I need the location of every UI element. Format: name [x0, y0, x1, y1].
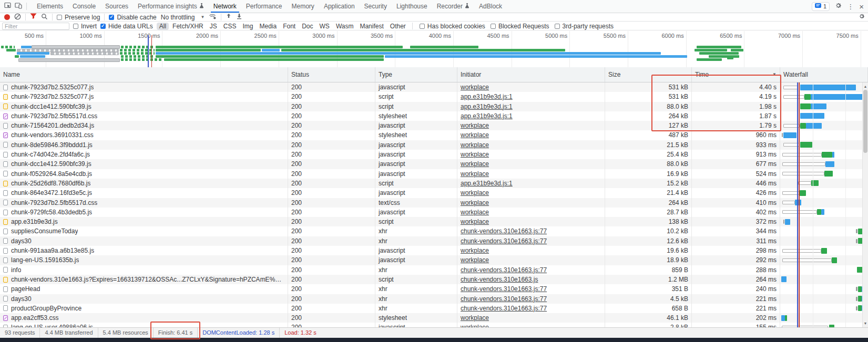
request-name-cell[interactable]: info [0, 265, 288, 275]
disable-cache-checkbox[interactable]: Disable cache [109, 14, 156, 21]
initiator-link[interactable]: workplace [461, 324, 489, 327]
table-row[interactable]: app.ea2cff53.css 200 stylesheet workplac… [0, 313, 868, 323]
initiator-link[interactable]: workplace [461, 122, 489, 129]
request-name-cell[interactable]: chunk-dcc1e412.590bfc39.js [0, 159, 288, 169]
request-name-cell[interactable]: chunk-25d26df8.7680df6b.js [0, 179, 288, 188]
tab-recorder[interactable]: Recorder [432, 0, 474, 13]
request-name-cell[interactable]: chunk-864e3472.16fd3e5c.js [0, 188, 288, 198]
column-header-initiator[interactable]: Initiator [457, 67, 605, 82]
table-row[interactable]: lang-en-US.1591635b.js 200 javascript wo… [0, 255, 868, 265]
filter-pill-fetch-xhr[interactable]: Fetch/XHR [170, 23, 206, 30]
table-row[interactable]: pageHead 200 xhr chunk-vendors.310e1663.… [0, 284, 868, 294]
initiator-link[interactable]: workplace [461, 199, 489, 206]
table-row[interactable]: productGroupByProvince 200 xhr chunk-ven… [0, 304, 868, 313]
table-row[interactable]: chunk-dcc1e412.590bfc39.js 200 script ap… [0, 102, 868, 111]
close-devtools-icon[interactable]: × [859, 2, 864, 11]
3rd-party-requests-checkbox[interactable]: 3rd-party requests [555, 23, 614, 30]
table-row[interactable]: chunk-71564201.dedb2d34.js 200 javascrip… [0, 121, 868, 130]
tab-network[interactable]: Network [209, 0, 241, 13]
request-name-cell[interactable]: chunk-vendors.36910331.css [0, 130, 288, 140]
throttling-select[interactable]: No throttling▼ [161, 14, 205, 21]
filter-pill-font[interactable]: Font [280, 23, 298, 30]
initiator-link[interactable]: workplace [461, 84, 489, 91]
initiator-link[interactable]: workplace [461, 131, 489, 139]
kebab-menu-icon[interactable]: ⋮ [847, 3, 854, 10]
request-name-cell[interactable]: lang-en-US.1591635b.js [0, 255, 288, 265]
has-blocked-cookies-checkbox[interactable]: Has blocked cookies [420, 23, 485, 30]
vertical-scrollbar[interactable]: ▲▼ [862, 82, 868, 327]
filter-pill-wasm[interactable]: Wasm [333, 23, 356, 30]
filter-pill-other[interactable]: Other [387, 23, 409, 30]
tab-performance[interactable]: Performance [241, 0, 287, 13]
network-overview-timeline[interactable]: 500 ms1000 ms1500 ms2000 ms2500 ms3000 m… [0, 31, 868, 68]
filter-pill-media[interactable]: Media [257, 23, 279, 30]
initiator-link[interactable]: app.e31b9e3d.js:1 [461, 180, 513, 187]
initiator-link[interactable]: app.e31b9e3d.js:1 [461, 93, 513, 100]
table-row[interactable]: chunk-f0529264.8a5e4cdb.js 200 javascrip… [0, 169, 868, 179]
request-name-cell[interactable]: chunk-c74d042e.2fd4fa6c.js [0, 150, 288, 159]
tab-security[interactable]: Security [360, 0, 392, 13]
tab-performance-insights[interactable]: Performance insights [133, 0, 209, 13]
table-row[interactable]: chunk-7923d7b2.5325c077.js 200 javascrip… [0, 82, 868, 92]
column-header-time[interactable]: Time▼ [692, 67, 780, 82]
network-settings-gear-icon[interactable] [859, 13, 868, 21]
blocked-requests-checkbox[interactable]: Blocked Requests [491, 23, 549, 30]
filter-pill-img[interactable]: Img [240, 23, 256, 30]
filter-input[interactable] [2, 23, 69, 30]
tab-lighthouse[interactable]: Lighthouse [392, 0, 432, 13]
import-har-icon[interactable] [226, 13, 232, 21]
column-header-name[interactable]: Name [0, 67, 288, 82]
request-name-cell[interactable]: chunk-f0529264.8a5e4cdb.js [0, 169, 288, 179]
table-row[interactable]: days30 200 xhr chunk-vendors.310e1663.js… [0, 294, 868, 304]
filter-pill-manifest[interactable]: Manifest [357, 23, 386, 30]
table-row[interactable]: days30 200 xhr chunk-vendors.310e1663.js… [0, 236, 868, 246]
filter-pill-all[interactable]: All [157, 23, 169, 30]
table-row[interactable]: chunk-864e3472.16fd3e5c.js 200 javascrip… [0, 188, 868, 198]
tab-console[interactable]: Console [68, 0, 100, 13]
initiator-link[interactable]: workplace [461, 170, 489, 178]
table-row[interactable]: chunk-8de59846.3f9bddd1.js 200 javascrip… [0, 140, 868, 150]
initiator-link[interactable]: chunk-vendors.310e1663.js:77 [461, 305, 547, 312]
request-name-cell[interactable]: productGroupByProvince [0, 304, 288, 313]
scrollbar-up-icon[interactable]: ▲ [863, 85, 868, 88]
initiator-link[interactable]: workplace [461, 141, 489, 149]
table-row[interactable]: chunk-7923d7b2.5325c077.js 200 script ap… [0, 92, 868, 101]
filter-pill-doc[interactable]: Doc [299, 23, 315, 30]
network-conditions-icon[interactable] [209, 13, 217, 21]
request-name-cell[interactable]: chunk-7923d7b2.5325c077.js [0, 92, 288, 101]
initiator-link[interactable]: workplace [461, 209, 489, 216]
inspect-element-icon[interactable] [4, 2, 12, 11]
request-name-cell[interactable]: chunk-7923d7b2.5fb5517d.css [0, 111, 288, 121]
request-name-cell[interactable]: chunk-71564201.dedb2d34.js [0, 121, 288, 130]
request-name-cell[interactable]: app.ea2cff53.css [0, 313, 288, 323]
record-network-log-button[interactable] [4, 14, 10, 20]
initiator-link[interactable]: workplace [461, 189, 489, 196]
request-name-cell[interactable]: chunk-vendors.310e1663.js?Expires=166313… [0, 275, 288, 284]
column-header-size[interactable]: Size [605, 67, 692, 82]
table-row[interactable]: chunk-7923d7b2.5fb5517d.css 200 styleshe… [0, 111, 868, 121]
request-name-cell[interactable]: chunk-7923d7b2.5fb5517d.css [0, 198, 288, 208]
request-name-cell[interactable]: chunk-991aaa9a.a6b13e85.js [0, 246, 288, 255]
filter-pill-css[interactable]: CSS [221, 23, 239, 30]
table-row[interactable]: chunk-991aaa9a.a6b13e85.js 200 javascrip… [0, 246, 868, 255]
export-har-icon[interactable] [236, 13, 242, 21]
initiator-link[interactable]: chunk-vendors.310e1663.js:77 [461, 266, 547, 274]
table-row[interactable]: lang-en-US-user.49886a06.js 200 javascri… [0, 323, 868, 327]
column-header-type[interactable]: Type [375, 67, 457, 82]
table-row[interactable]: chunk-vendors.310e1663.js?Expires=166313… [0, 275, 868, 284]
issues-badge[interactable]: 1 [812, 2, 830, 11]
table-row[interactable]: chunk-25d26df8.7680df6b.js 200 script ap… [0, 179, 868, 188]
table-row[interactable]: chunk-7923d7b2.5fb5517d.css 200 text/css… [0, 198, 868, 208]
initiator-link[interactable]: workplace [461, 314, 489, 322]
table-row[interactable]: app.e31b9e3d.js 200 script workplace 138… [0, 217, 868, 226]
filter-pill-ws[interactable]: WS [317, 23, 332, 30]
request-name-cell[interactable]: chunk-dcc1e412.590bfc39.js [0, 102, 288, 111]
request-name-cell[interactable]: app.e31b9e3d.js [0, 217, 288, 226]
initiator-link[interactable]: workplace [461, 151, 489, 158]
table-row[interactable]: chunk-vendors.36910331.css 200 styleshee… [0, 130, 868, 140]
table-row[interactable]: chunk-c74d042e.2fd4fa6c.js 200 javascrip… [0, 150, 868, 159]
request-name-cell[interactable]: pageHead [0, 284, 288, 294]
request-name-cell[interactable]: lang-en-US-user.49886a06.js [0, 323, 288, 327]
tab-adblock[interactable]: AdBlock [474, 0, 507, 13]
initiator-link[interactable]: chunk-vendors.310e1663.js [461, 276, 538, 283]
